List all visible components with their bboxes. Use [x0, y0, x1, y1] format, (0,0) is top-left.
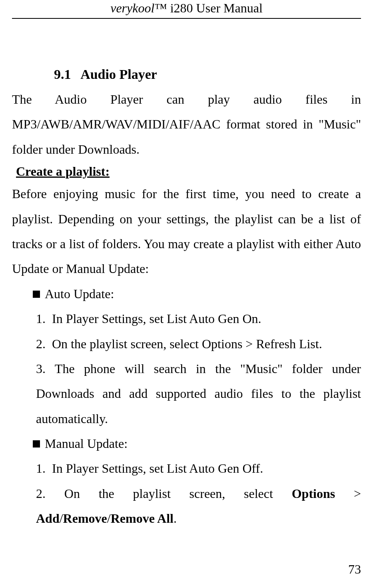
manual-update-slash2: /	[107, 511, 111, 526]
auto-update-label: Auto Update:	[45, 287, 114, 301]
num-label: 1.	[36, 306, 46, 331]
manual-update-label: Manual Update:	[45, 436, 128, 451]
auto-update-step1: In Player Settings, set List Auto Gen On…	[52, 311, 261, 326]
manual-update-mid: >	[335, 486, 361, 501]
header-divider	[12, 18, 361, 19]
numbered-item: 2. On the playlist screen, select Option…	[36, 481, 361, 531]
numbered-item: 3. The phone will search in the "Music" …	[36, 356, 361, 431]
section-heading: 9.1 Audio Player	[54, 67, 361, 82]
section-number: 9.1	[54, 67, 71, 82]
num-label: 2.	[36, 481, 46, 506]
num-label: 2.	[36, 331, 46, 356]
manual-update-step1: In Player Settings, set List Auto Gen Of…	[52, 461, 263, 476]
num-label: 3.	[36, 356, 46, 381]
auto-update-step2: On the playlist screen, select Options >…	[52, 337, 322, 351]
header-brand: verykool™	[110, 1, 167, 15]
square-bullet-icon	[33, 291, 40, 298]
square-bullet-icon	[33, 440, 40, 448]
manual-update-remove-bold: Remove	[63, 511, 107, 526]
bullet-manual-update: Manual Update:	[33, 431, 361, 456]
create-intro-paragraph: Before enjoying music for the first time…	[12, 181, 361, 281]
num-label: 1.	[36, 456, 46, 481]
auto-update-step3: The phone will search in the "Music" fol…	[36, 361, 361, 426]
page-header: verykool™ i280 User Manual	[12, 0, 361, 18]
manual-update-suffix: .	[174, 511, 177, 526]
numbered-item: 1. In Player Settings, set List Auto Gen…	[36, 456, 361, 481]
intro-paragraph: The Audio Player can play audio files in…	[12, 87, 361, 162]
numbered-item: 2. On the playlist screen, select Option…	[36, 331, 361, 356]
manual-update-slash1: /	[60, 511, 63, 526]
page-number: 73	[348, 562, 361, 577]
manual-update-step2-prefix: On the playlist screen, select	[64, 486, 292, 501]
manual-update-removeall-bold: Remove All	[111, 511, 174, 526]
section-title: Audio Player	[80, 67, 157, 82]
manual-update-add-bold: Add	[36, 511, 60, 526]
subheading-create-playlist: Create a playlist:	[16, 164, 361, 179]
manual-update-options-bold: Options	[292, 486, 335, 501]
numbered-item: 1. In Player Settings, set List Auto Gen…	[36, 306, 361, 331]
header-title-rest: i280 User Manual	[167, 1, 263, 15]
bullet-auto-update: Auto Update:	[33, 281, 361, 306]
